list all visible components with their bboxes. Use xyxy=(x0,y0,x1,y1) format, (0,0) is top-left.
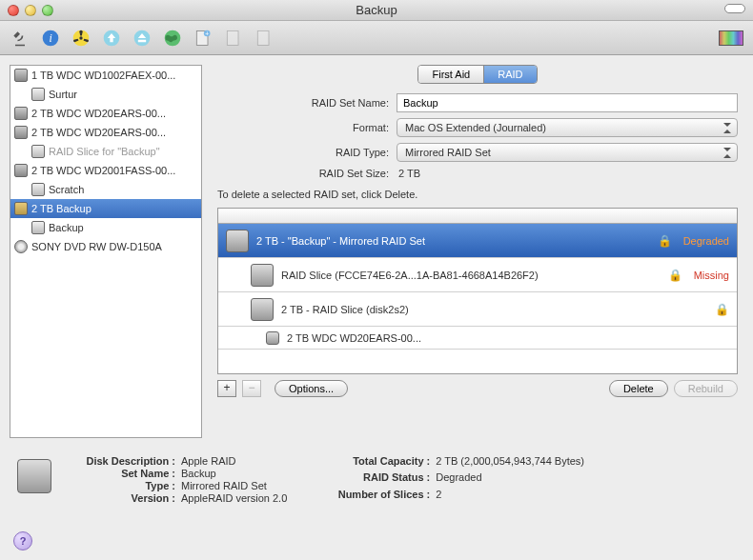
eject-icon[interactable] xyxy=(132,28,153,49)
sidebar-item[interactable]: 1 TB WDC WD1002FAEX-00... xyxy=(10,66,201,85)
slice-row[interactable]: RAID Slice (FCCE74E6-2A...1A-BA81-4668A1… xyxy=(218,258,737,292)
sidebar-item[interactable]: Surtur xyxy=(10,85,201,104)
svg-point-3 xyxy=(79,36,82,39)
raid-size-value: 2 TB xyxy=(397,168,738,179)
sidebar-item-label: SONY DVD RW DW-D150A xyxy=(31,241,162,252)
hard-disk-icon xyxy=(14,164,28,177)
sidebar-item[interactable]: Backup xyxy=(10,218,201,237)
optical-disc-icon xyxy=(14,240,28,253)
volume-icon xyxy=(31,183,45,196)
lock-icon: 🔒 xyxy=(668,269,682,282)
slices-header xyxy=(218,209,737,224)
resize-icon[interactable] xyxy=(254,28,275,49)
sidebar-item-label: Surtur xyxy=(49,89,77,100)
volume-icon xyxy=(31,88,45,101)
sidebar-item-label: 1 TB WDC WD1002FAEX-00... xyxy=(31,70,175,81)
set-name-label: RAID Set Name: xyxy=(217,97,389,109)
footer-key: Version : xyxy=(71,492,175,504)
disk-sidebar[interactable]: 1 TB WDC WD1002FAEX-00...Surtur2 TB WDC … xyxy=(10,65,202,438)
globe-icon[interactable] xyxy=(162,28,183,49)
tab-first-aid[interactable]: First Aid xyxy=(418,66,483,83)
footer-value: 2 TB (2,000,054,943,744 Bytes) xyxy=(436,455,584,470)
toolbar: i + xyxy=(0,21,753,55)
info-icon[interactable]: i xyxy=(40,28,61,49)
help-button[interactable]: ? xyxy=(13,531,32,550)
mount-icon[interactable] xyxy=(101,28,122,49)
sidebar-item[interactable]: 2 TB WDC WD20EARS-00... xyxy=(10,123,201,142)
volume-icon xyxy=(31,221,45,234)
action-row: + − Options... Delete Rebuild xyxy=(212,374,743,403)
sidebar-item-label: 2 TB WDC WD2001FASS-00... xyxy=(31,165,175,176)
slice-label: 2 TB - "Backup" - Mirrored RAID Set xyxy=(256,235,425,247)
svg-text:i: i xyxy=(49,32,51,45)
sidebar-item[interactable]: 2 TB WDC WD2001FASS-00... xyxy=(10,161,201,180)
footer-value: Backup xyxy=(181,468,287,479)
raid-size-label: RAID Set Size: xyxy=(217,168,389,179)
lock-icon: 🔒 xyxy=(715,303,729,316)
toolbar-toggle-pill[interactable] xyxy=(724,4,745,13)
raid-form: RAID Set Name: Format: Mac OS Extended (… xyxy=(212,93,743,179)
format-select[interactable]: Mac OS Extended (Journaled) xyxy=(397,118,738,137)
disk-icon xyxy=(251,264,274,287)
disk-icon xyxy=(266,331,279,345)
microscope-icon[interactable] xyxy=(10,28,31,49)
rebuild-button[interactable]: Rebuild xyxy=(674,380,738,397)
slice-label: 2 TB WDC WD20EARS-00... xyxy=(287,332,421,344)
format-label: Format: xyxy=(217,122,389,133)
remove-button[interactable]: − xyxy=(242,380,261,397)
footer-value: Degraded xyxy=(436,471,584,487)
slice-status: Degraded xyxy=(683,235,729,247)
sidebar-item[interactable]: RAID Slice for "Backup" xyxy=(10,142,201,161)
footer-key: Number of Slices : xyxy=(325,489,430,504)
sidebar-item-label: Scratch xyxy=(49,184,84,195)
footer-key: Total Capacity : xyxy=(325,455,430,470)
footer-value: Apple RAID xyxy=(181,455,287,467)
delete-button[interactable]: Delete xyxy=(609,380,668,397)
instruction-text: To delete a selected RAID set, click Del… xyxy=(212,179,743,208)
slice-label: 2 TB - RAID Slice (disk2s2) xyxy=(281,304,409,315)
volume-icon xyxy=(31,145,45,158)
slice-status: Missing xyxy=(694,270,729,281)
sidebar-item-label: 2 TB WDC WD20EARS-00... xyxy=(31,127,166,138)
sidebar-item-label: 2 TB WDC WD20EARS-00... xyxy=(31,108,166,119)
sidebar-item-label: 2 TB Backup xyxy=(31,203,92,214)
sidebar-item-label: RAID Slice for "Backup" xyxy=(49,146,160,157)
hard-disk-icon xyxy=(14,107,28,120)
options-button[interactable]: Options... xyxy=(275,380,348,397)
disk-icon xyxy=(251,298,274,321)
footer-value: 2 xyxy=(436,489,584,504)
slice-label: RAID Slice (FCCE74E6-2A...1A-BA81-4668A1… xyxy=(281,270,539,281)
svg-rect-11 xyxy=(257,30,269,45)
tab-raid[interactable]: RAID xyxy=(483,66,536,83)
sidebar-item[interactable]: 2 TB WDC WD20EARS-00... xyxy=(10,104,201,123)
disk-icon xyxy=(17,459,51,493)
footer-value: AppleRAID version 2.0 xyxy=(181,492,287,504)
raid-disk-icon xyxy=(14,202,28,215)
window-title: Backup xyxy=(0,3,753,17)
slice-row[interactable]: 2 TB - "Backup" - Mirrored RAID Set🔒Degr… xyxy=(218,224,737,258)
sidebar-item[interactable]: Scratch xyxy=(10,180,201,199)
footer-right: Total Capacity :2 TB (2,000,054,943,744 … xyxy=(325,455,584,504)
sidebar-item[interactable]: 2 TB Backup xyxy=(10,199,201,218)
sidebar-item[interactable]: SONY DVD RW DW-D150A xyxy=(10,237,201,256)
slice-row[interactable]: 2 TB - RAID Slice (disk2s2)🔒 xyxy=(218,292,737,327)
footer-key: RAID Status : xyxy=(325,471,430,487)
set-name-input[interactable] xyxy=(397,93,738,112)
burn-icon[interactable] xyxy=(71,28,92,49)
main-panel: First Aid RAID RAID Set Name: Format: Ma… xyxy=(212,65,743,438)
add-button[interactable]: + xyxy=(217,380,236,397)
raid-type-select[interactable]: Mirrored RAID Set xyxy=(397,143,738,162)
slice-row[interactable]: 2 TB WDC WD20EARS-00... xyxy=(218,327,737,350)
convert-icon[interactable] xyxy=(223,28,244,49)
raid-type-label: RAID Type: xyxy=(217,147,389,158)
sidebar-item-label: Backup xyxy=(49,222,84,233)
hard-disk-icon xyxy=(14,69,28,82)
footer-value: Mirrored RAID Set xyxy=(181,480,287,491)
new-image-icon[interactable]: + xyxy=(193,28,214,49)
disk-icon xyxy=(226,230,249,252)
slices-list[interactable]: 2 TB - "Backup" - Mirrored RAID Set🔒Degr… xyxy=(217,208,738,374)
titlebar: Backup xyxy=(0,0,753,21)
lock-icon: 🔒 xyxy=(658,234,672,248)
footer-key: Set Name : xyxy=(71,468,175,479)
log-icon[interactable] xyxy=(719,30,743,46)
